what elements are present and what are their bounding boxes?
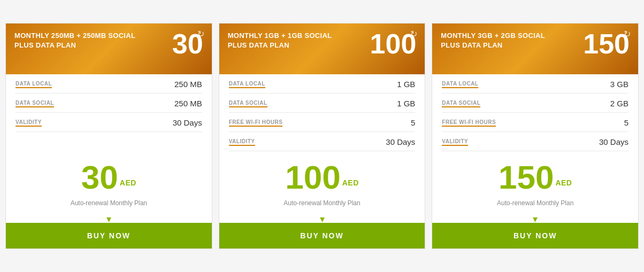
refresh-icon[interactable]: ↻ bbox=[410, 29, 417, 39]
detail-label: DATA SOCIAL bbox=[16, 100, 54, 107]
detail-row: VALIDITY30 Days bbox=[442, 132, 628, 151]
detail-value: 2 GB bbox=[610, 99, 628, 108]
detail-row: DATA SOCIAL2 GB bbox=[442, 94, 628, 113]
detail-label: FREE WI-FI HOURS bbox=[442, 119, 496, 127]
detail-row: DATA SOCIAL250 MB bbox=[16, 94, 202, 113]
price-wrapper: 100AED bbox=[285, 181, 359, 190]
detail-row: DATA LOCAL3 GB bbox=[442, 74, 628, 94]
buy-now-button[interactable]: BUY NOW bbox=[6, 223, 212, 248]
detail-label: DATA SOCIAL bbox=[229, 100, 267, 107]
auto-renewal-text: Auto-renewal Monthly Plan bbox=[432, 197, 638, 213]
detail-value: 5 bbox=[411, 118, 415, 127]
price-currency: AED bbox=[342, 178, 359, 187]
detail-label: DATA SOCIAL bbox=[442, 100, 480, 107]
detail-label: DATA LOCAL bbox=[442, 81, 478, 88]
card-header: MONTHLY 250MB + 250MB SOCIAL PLUS DATA P… bbox=[6, 24, 212, 74]
plan-card-100: MONTHLY 1GB + 1GB SOCIAL PLUS DATA PLAN1… bbox=[219, 23, 426, 249]
card-header-price: 100 bbox=[370, 30, 417, 58]
card-header: MONTHLY 3GB + 2GB SOCIAL PLUS DATA PLAN1… bbox=[432, 24, 638, 74]
detail-row: VALIDITY30 Days bbox=[16, 113, 202, 132]
card-details: DATA LOCAL1 GBDATA SOCIAL1 GBFREE WI-FI … bbox=[219, 74, 425, 151]
detail-value: 30 Days bbox=[599, 137, 628, 146]
plan-card-30: MONTHLY 250MB + 250MB SOCIAL PLUS DATA P… bbox=[5, 23, 212, 249]
card-details: DATA LOCAL250 MBDATA SOCIAL250 MBVALIDIT… bbox=[6, 74, 212, 151]
buy-now-button[interactable]: BUY NOW bbox=[432, 223, 638, 248]
card-header-title: MONTHLY 1GB + 1GB SOCIAL PLUS DATA PLAN bbox=[228, 31, 350, 50]
price-section: 150AED bbox=[432, 151, 638, 197]
price-wrapper: 30AED bbox=[81, 181, 136, 190]
detail-label: VALIDITY bbox=[442, 138, 468, 146]
detail-value: 1 GB bbox=[397, 80, 415, 89]
card-header: MONTHLY 1GB + 1GB SOCIAL PLUS DATA PLAN1… bbox=[219, 24, 425, 74]
card-details: DATA LOCAL3 GBDATA SOCIAL2 GBFREE WI-FI … bbox=[432, 74, 638, 151]
detail-value: 250 MB bbox=[174, 99, 202, 108]
price-currency: AED bbox=[120, 178, 136, 187]
detail-label: VALIDITY bbox=[16, 119, 42, 127]
price-amount: 30 bbox=[81, 161, 118, 194]
plan-card-150: MONTHLY 3GB + 2GB SOCIAL PLUS DATA PLAN1… bbox=[432, 23, 639, 249]
detail-row: DATA LOCAL1 GB bbox=[229, 74, 416, 94]
detail-value: 3 GB bbox=[610, 80, 628, 89]
cards-container: MONTHLY 250MB + 250MB SOCIAL PLUS DATA P… bbox=[5, 23, 639, 249]
detail-row: DATA SOCIAL1 GB bbox=[229, 94, 416, 113]
detail-value: 30 Days bbox=[386, 137, 415, 146]
price-amount: 150 bbox=[499, 161, 554, 194]
card-header-title: MONTHLY 3GB + 2GB SOCIAL PLUS DATA PLAN bbox=[441, 31, 563, 50]
price-section: 100AED bbox=[219, 151, 425, 197]
detail-row: FREE WI-FI HOURS5 bbox=[442, 113, 628, 132]
auto-renewal-text: Auto-renewal Monthly Plan bbox=[6, 197, 212, 213]
detail-value: 1 GB bbox=[397, 99, 415, 108]
price-section: 30AED bbox=[6, 151, 212, 197]
refresh-icon[interactable]: ↻ bbox=[197, 29, 204, 39]
card-header-price: 150 bbox=[583, 30, 630, 58]
detail-value: 250 MB bbox=[174, 80, 202, 89]
price-amount: 100 bbox=[285, 161, 340, 194]
detail-label: FREE WI-FI HOURS bbox=[229, 119, 283, 127]
detail-row: FREE WI-FI HOURS5 bbox=[229, 113, 416, 132]
card-header-title: MONTHLY 250MB + 250MB SOCIAL PLUS DATA P… bbox=[14, 31, 137, 50]
auto-renewal-text: Auto-renewal Monthly Plan bbox=[219, 197, 425, 213]
price-wrapper: 150AED bbox=[499, 181, 572, 190]
buy-now-button[interactable]: BUY NOW bbox=[219, 223, 425, 248]
detail-value: 30 Days bbox=[173, 118, 202, 127]
detail-label: DATA LOCAL bbox=[16, 81, 52, 88]
detail-value: 5 bbox=[624, 118, 628, 127]
price-currency: AED bbox=[555, 178, 572, 187]
refresh-icon[interactable]: ↻ bbox=[624, 29, 631, 39]
detail-row: VALIDITY30 Days bbox=[229, 132, 416, 151]
detail-row: DATA LOCAL250 MB bbox=[16, 74, 202, 94]
detail-label: VALIDITY bbox=[229, 138, 255, 146]
detail-label: DATA LOCAL bbox=[229, 81, 265, 88]
